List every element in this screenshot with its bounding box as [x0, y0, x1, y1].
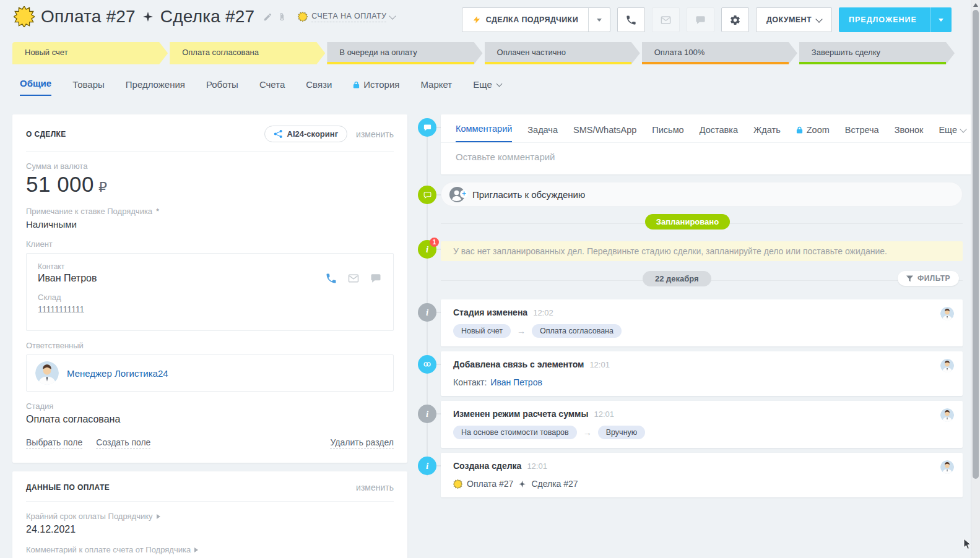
chevron-down-icon — [960, 126, 966, 132]
create-field-link[interactable]: Создать поле — [96, 437, 150, 449]
delete-section-link[interactable]: Удалить раздел — [330, 437, 394, 449]
email-button[interactable] — [652, 7, 680, 32]
contractors-button[interactable]: СДЕЛКА ПОДРЯДЧИКИ — [462, 7, 610, 32]
tab-links[interactable]: Связи — [306, 79, 332, 96]
funnel-selector[interactable]: СЧЕТА НА ОПЛАТУ — [298, 12, 395, 22]
deal-star-icon — [453, 479, 462, 489]
chat-button[interactable] — [687, 7, 714, 32]
author-avatar — [940, 408, 954, 422]
vertical-scrollbar[interactable] — [971, 0, 980, 558]
document-button-label: ДОКУМЕНТ — [766, 15, 812, 24]
entry-title[interactable]: Добавлена связь с элементом — [453, 359, 584, 369]
responsible-box: Менеджер Логистика24 — [26, 354, 394, 392]
select-field-link[interactable]: Выбрать поле — [26, 437, 82, 449]
link-icon — [418, 355, 436, 374]
tab-call[interactable]: Звонок — [895, 125, 924, 142]
stage-from-chip: Новый счет — [453, 324, 511, 338]
tab-quotes[interactable]: Предложения — [126, 79, 185, 96]
stage-progress-bar — [170, 62, 316, 64]
pipeline-stage-4[interactable]: Оплачен частично — [485, 42, 640, 64]
comment-input[interactable]: Оставьте комментарий — [441, 142, 980, 174]
tab-zoom[interactable]: Zoom — [796, 125, 830, 142]
tab-general[interactable]: Общие — [20, 78, 51, 96]
entry-time: 12:02 — [533, 308, 553, 317]
tab-wait[interactable]: Ждать — [753, 125, 781, 142]
planned-badge: Запланировано — [645, 214, 730, 230]
compose-card: Комментарий Задача SMS/WhatsApp Письмо Д… — [441, 114, 980, 174]
tab-task[interactable]: Задача — [527, 125, 558, 142]
call-button[interactable] — [617, 7, 645, 32]
stage-label: Стадия — [26, 401, 394, 411]
stage-to-chip: Оплата согласована — [532, 324, 622, 338]
scroll-up-arrow[interactable] — [973, 3, 978, 7]
entry-title[interactable]: Стадия изменена — [453, 307, 527, 317]
compose-row: Комментарий Задача SMS/WhatsApp Письмо Д… — [412, 114, 963, 174]
lightning-icon — [472, 15, 481, 25]
deal-title-right: Сделка #27 — [531, 479, 578, 489]
contact-chat-icon[interactable] — [370, 272, 382, 285]
gear-icon — [729, 14, 741, 26]
proposal-dropdown-caret[interactable] — [930, 7, 952, 32]
timeline-entry-card[interactable]: Стадия изменена 12:02 Новый счет → Оплат… — [441, 299, 963, 346]
timeline-entry-link-added: Добавлена связь с элементом 12:01 Контак… — [412, 351, 963, 396]
timeline-entry-card[interactable]: Добавлена связь с элементом 12:01 Контак… — [441, 351, 963, 396]
contact-link[interactable]: Иван Петров — [490, 377, 542, 387]
invite-to-discussion-button[interactable]: + Пригласить к обсуждению — [441, 182, 963, 207]
proposal-button[interactable]: ПРЕДЛОЖЕНИЕ — [839, 7, 952, 32]
info-icon: i — [418, 303, 436, 322]
discussion-bubble-icon — [418, 186, 436, 204]
about-deal-card: О СДЕЛКЕ AI24-скоринг изменить Сумма и в… — [12, 114, 407, 463]
crm-deal-page: Оплата #27 Сделка #27 СЧЕТА НА ОПЛАТУ СД… — [0, 0, 980, 558]
tab-meeting[interactable]: Встреча — [845, 125, 879, 142]
title-tools — [263, 12, 287, 22]
timeline-entry-card[interactable]: Создана сделка 12:01 Оплата #27 Сделка #… — [441, 453, 963, 497]
entry-title[interactable]: Создана сделка — [453, 461, 521, 471]
info-icon: i — [418, 405, 436, 423]
tab-comment[interactable]: Комментарий — [456, 124, 512, 142]
date-badge[interactable]: 22 декабря — [643, 271, 711, 286]
stage-pipeline: Новый счет Оплата согласована В очереди … — [12, 42, 955, 64]
tab-timeline-more[interactable]: Еще — [939, 125, 966, 142]
amount-value: 51 000₽ — [26, 172, 394, 197]
timeline-entry-card[interactable]: Изменен режим расчета суммы 12:01 На осн… — [441, 401, 963, 448]
header-actions: СДЕЛКА ПОДРЯДЧИКИ ДОКУМЕНТ ПРЕДЛОЖЕНИЕ — [462, 7, 952, 32]
author-avatar — [940, 359, 954, 372]
edit-payment-link[interactable]: изменить — [356, 483, 394, 492]
contact-mail-icon[interactable] — [347, 272, 360, 285]
invite-avatar-icon: + — [449, 186, 466, 203]
no-planned-activities-notice: У вас нет запланированных дел. Передвинь… — [441, 241, 963, 261]
edit-pencil-icon[interactable] — [263, 12, 272, 22]
pipeline-stage-2[interactable]: Оплата согласована — [170, 42, 325, 64]
contact-phone-icon[interactable] — [325, 272, 337, 285]
responsible-name-link[interactable]: Менеджер Логистика24 — [67, 368, 168, 379]
tab-delivery[interactable]: Доставка — [700, 125, 738, 142]
edit-about-link[interactable]: изменить — [356, 129, 394, 139]
pipeline-stage-5[interactable]: Оплата 100% — [642, 42, 797, 64]
tab-market[interactable]: Маркет — [420, 79, 452, 96]
scrollbar-thumb[interactable] — [973, 10, 979, 479]
entry-title[interactable]: Изменен режим расчета суммы — [453, 409, 588, 419]
responsible-label: Ответственный — [26, 341, 394, 350]
deal-star-icon — [14, 6, 35, 27]
client-label: Клиент — [26, 239, 394, 249]
contractors-dropdown-caret[interactable] — [588, 8, 610, 32]
tab-robots[interactable]: Роботы — [206, 79, 238, 96]
filter-button[interactable]: ФИЛЬТР — [898, 271, 959, 286]
tab-history[interactable]: История — [353, 79, 399, 96]
pipeline-stage-6[interactable]: Завершить сделку — [799, 42, 955, 64]
field-arrow-icon — [194, 547, 198, 552]
document-button[interactable]: ДОКУМЕНТ — [756, 7, 832, 32]
tab-email[interactable]: Письмо — [652, 125, 683, 142]
attach-icon[interactable] — [277, 12, 287, 22]
info-icon: i — [418, 457, 436, 475]
tab-products[interactable]: Товары — [72, 79, 105, 96]
pipeline-stage-3[interactable]: В очереди на оплату — [327, 42, 482, 64]
ai-scoring-button[interactable]: AI24-скоринг — [264, 126, 348, 142]
tab-sms-whatsapp[interactable]: SMS/WhatsApp — [573, 125, 636, 142]
tab-invoices[interactable]: Счета — [259, 79, 285, 96]
tab-more[interactable]: Еще — [473, 79, 501, 96]
settings-button[interactable] — [721, 7, 749, 32]
notice-row: i 1 У вас нет запланированных дел. Перед… — [412, 241, 963, 261]
pipeline-stage-1[interactable]: Новый счет — [12, 42, 168, 64]
info-icon: i 1 — [418, 240, 436, 259]
